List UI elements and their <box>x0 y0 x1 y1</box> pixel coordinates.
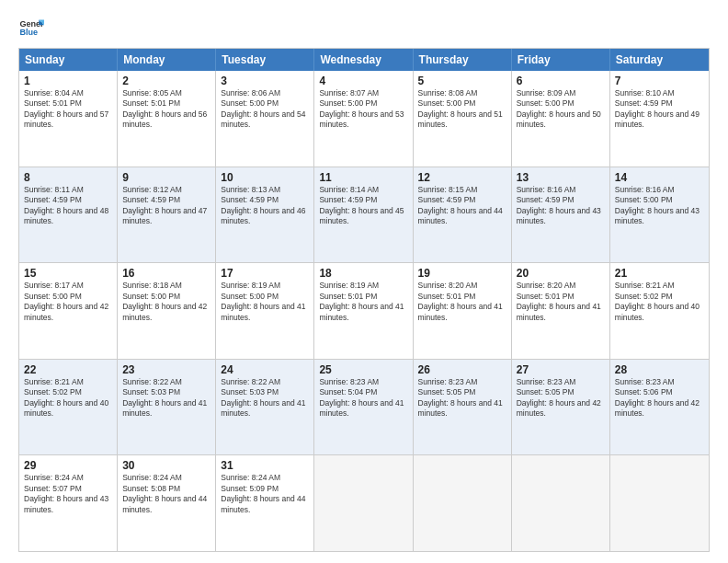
day-info: Sunrise: 8:24 AM Sunset: 5:09 PM Dayligh… <box>221 473 309 515</box>
day-info: Sunrise: 8:23 AM Sunset: 5:04 PM Dayligh… <box>319 377 407 419</box>
calendar-cell: 10 Sunrise: 8:13 AM Sunset: 4:59 PM Dayl… <box>216 167 314 263</box>
calendar-cell: 25 Sunrise: 8:23 AM Sunset: 5:04 PM Dayl… <box>314 360 413 455</box>
day-number: 15 <box>24 267 112 280</box>
day-number: 17 <box>221 267 309 280</box>
header-sunday: Sunday <box>19 49 118 71</box>
day-number: 22 <box>24 363 112 376</box>
calendar-cell: 29 Sunrise: 8:24 AM Sunset: 5:07 PM Dayl… <box>19 455 118 551</box>
week-row-3: 22 Sunrise: 8:21 AM Sunset: 5:02 PM Dayl… <box>19 359 709 455</box>
day-info: Sunrise: 8:06 AM Sunset: 5:00 PM Dayligh… <box>221 88 309 131</box>
calendar-cell <box>314 455 413 551</box>
logo-icon: General Blue <box>18 15 44 40</box>
day-number: 21 <box>615 267 704 280</box>
calendar-cell: 3 Sunrise: 8:06 AM Sunset: 5:00 PM Dayli… <box>216 71 314 167</box>
calendar-cell: 26 Sunrise: 8:23 AM Sunset: 5:05 PM Dayl… <box>414 360 512 455</box>
day-info: Sunrise: 8:11 AM Sunset: 4:59 PM Dayligh… <box>24 185 112 227</box>
day-number: 10 <box>221 171 309 184</box>
calendar: Sunday Monday Tuesday Wednesday Thursday… <box>18 48 710 552</box>
calendar-cell: 19 Sunrise: 8:20 AM Sunset: 5:01 PM Dayl… <box>414 263 512 359</box>
week-row-4: 29 Sunrise: 8:24 AM Sunset: 5:07 PM Dayl… <box>19 454 709 551</box>
day-number: 1 <box>24 75 112 87</box>
day-info: Sunrise: 8:22 AM Sunset: 5:03 PM Dayligh… <box>122 377 210 419</box>
header-friday: Friday <box>512 49 610 71</box>
day-number: 27 <box>517 363 605 376</box>
day-number: 18 <box>319 267 407 280</box>
day-number: 9 <box>122 171 210 184</box>
day-info: Sunrise: 8:21 AM Sunset: 5:02 PM Dayligh… <box>615 281 704 323</box>
day-info: Sunrise: 8:04 AM Sunset: 5:01 PM Dayligh… <box>24 88 112 131</box>
day-number: 11 <box>319 171 407 184</box>
day-number: 5 <box>418 75 506 87</box>
day-number: 16 <box>122 267 210 280</box>
day-info: Sunrise: 8:14 AM Sunset: 4:59 PM Dayligh… <box>319 185 407 227</box>
header-wednesday: Wednesday <box>314 49 413 71</box>
header-thursday: Thursday <box>414 49 512 71</box>
week-row-0: 1 Sunrise: 8:04 AM Sunset: 5:01 PM Dayli… <box>19 71 709 167</box>
calendar-cell: 14 Sunrise: 8:16 AM Sunset: 5:00 PM Dayl… <box>610 167 709 263</box>
logo: General Blue <box>18 15 48 40</box>
day-number: 2 <box>122 75 210 87</box>
day-info: Sunrise: 8:16 AM Sunset: 5:00 PM Dayligh… <box>615 185 704 227</box>
day-info: Sunrise: 8:15 AM Sunset: 4:59 PM Dayligh… <box>418 185 506 227</box>
day-info: Sunrise: 8:12 AM Sunset: 4:59 PM Dayligh… <box>122 185 210 227</box>
calendar-page: General Blue Sunday Monday Tuesday Wedne… <box>0 0 728 563</box>
calendar-cell: 7 Sunrise: 8:10 AM Sunset: 4:59 PM Dayli… <box>610 71 709 167</box>
calendar-cell: 20 Sunrise: 8:20 AM Sunset: 5:01 PM Dayl… <box>512 263 610 359</box>
day-number: 12 <box>418 171 506 184</box>
calendar-cell: 11 Sunrise: 8:14 AM Sunset: 4:59 PM Dayl… <box>314 167 413 263</box>
calendar-cell: 2 Sunrise: 8:05 AM Sunset: 5:01 PM Dayli… <box>118 71 216 167</box>
calendar-cell <box>512 455 610 551</box>
day-info: Sunrise: 8:19 AM Sunset: 5:01 PM Dayligh… <box>319 281 407 323</box>
day-info: Sunrise: 8:24 AM Sunset: 5:08 PM Dayligh… <box>122 473 210 515</box>
calendar-header: Sunday Monday Tuesday Wednesday Thursday… <box>19 49 709 71</box>
calendar-cell: 21 Sunrise: 8:21 AM Sunset: 5:02 PM Dayl… <box>610 263 709 359</box>
week-row-2: 15 Sunrise: 8:17 AM Sunset: 5:00 PM Dayl… <box>19 262 709 359</box>
calendar-cell <box>610 455 709 551</box>
day-info: Sunrise: 8:20 AM Sunset: 5:01 PM Dayligh… <box>517 281 605 323</box>
day-info: Sunrise: 8:23 AM Sunset: 5:05 PM Dayligh… <box>418 377 506 419</box>
calendar-cell: 6 Sunrise: 8:09 AM Sunset: 5:00 PM Dayli… <box>512 71 610 167</box>
day-info: Sunrise: 8:07 AM Sunset: 5:00 PM Dayligh… <box>319 88 407 131</box>
day-number: 29 <box>24 459 112 472</box>
calendar-body: 1 Sunrise: 8:04 AM Sunset: 5:01 PM Dayli… <box>19 71 709 551</box>
calendar-cell: 9 Sunrise: 8:12 AM Sunset: 4:59 PM Dayli… <box>118 167 216 263</box>
calendar-cell: 27 Sunrise: 8:23 AM Sunset: 5:05 PM Dayl… <box>512 360 610 455</box>
day-info: Sunrise: 8:17 AM Sunset: 5:00 PM Dayligh… <box>24 281 112 323</box>
day-number: 3 <box>221 75 309 87</box>
calendar-cell: 12 Sunrise: 8:15 AM Sunset: 4:59 PM Dayl… <box>414 167 512 263</box>
day-info: Sunrise: 8:13 AM Sunset: 4:59 PM Dayligh… <box>221 185 309 227</box>
calendar-cell: 23 Sunrise: 8:22 AM Sunset: 5:03 PM Dayl… <box>118 360 216 455</box>
day-number: 30 <box>122 459 210 472</box>
calendar-cell: 15 Sunrise: 8:17 AM Sunset: 5:00 PM Dayl… <box>19 263 118 359</box>
calendar-cell: 1 Sunrise: 8:04 AM Sunset: 5:01 PM Dayli… <box>19 71 118 167</box>
calendar-cell: 24 Sunrise: 8:22 AM Sunset: 5:03 PM Dayl… <box>216 360 314 455</box>
day-info: Sunrise: 8:22 AM Sunset: 5:03 PM Dayligh… <box>221 377 309 419</box>
day-number: 7 <box>615 75 704 87</box>
day-info: Sunrise: 8:21 AM Sunset: 5:02 PM Dayligh… <box>24 377 112 419</box>
day-info: Sunrise: 8:09 AM Sunset: 5:00 PM Dayligh… <box>517 88 605 131</box>
day-number: 23 <box>122 363 210 376</box>
header-tuesday: Tuesday <box>216 49 314 71</box>
calendar-cell: 8 Sunrise: 8:11 AM Sunset: 4:59 PM Dayli… <box>19 167 118 263</box>
day-info: Sunrise: 8:16 AM Sunset: 4:59 PM Dayligh… <box>517 185 605 227</box>
calendar-cell: 13 Sunrise: 8:16 AM Sunset: 4:59 PM Dayl… <box>512 167 610 263</box>
day-number: 13 <box>517 171 605 184</box>
day-number: 31 <box>221 459 309 472</box>
day-info: Sunrise: 8:08 AM Sunset: 5:00 PM Dayligh… <box>418 88 506 131</box>
day-number: 24 <box>221 363 309 376</box>
calendar-cell <box>414 455 512 551</box>
day-info: Sunrise: 8:24 AM Sunset: 5:07 PM Dayligh… <box>24 473 112 515</box>
day-info: Sunrise: 8:23 AM Sunset: 5:06 PM Dayligh… <box>615 377 704 419</box>
day-number: 19 <box>418 267 506 280</box>
day-number: 4 <box>319 75 407 87</box>
calendar-cell: 18 Sunrise: 8:19 AM Sunset: 5:01 PM Dayl… <box>314 263 413 359</box>
calendar-cell: 22 Sunrise: 8:21 AM Sunset: 5:02 PM Dayl… <box>19 360 118 455</box>
header-saturday: Saturday <box>610 49 709 71</box>
calendar-cell: 4 Sunrise: 8:07 AM Sunset: 5:00 PM Dayli… <box>314 71 413 167</box>
day-number: 14 <box>615 171 704 184</box>
svg-text:Blue: Blue <box>19 28 38 37</box>
day-number: 26 <box>418 363 506 376</box>
header-monday: Monday <box>118 49 216 71</box>
day-number: 6 <box>517 75 605 87</box>
calendar-cell: 16 Sunrise: 8:18 AM Sunset: 5:00 PM Dayl… <box>118 263 216 359</box>
